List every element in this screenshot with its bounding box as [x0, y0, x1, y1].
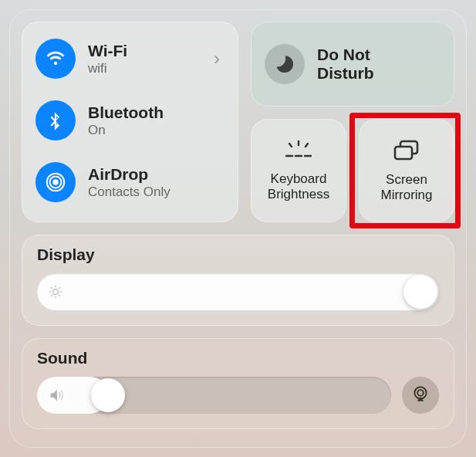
sound-row — [37, 377, 439, 414]
airdrop-subtitle: Contacts Only — [88, 184, 170, 200]
bluetooth-icon — [35, 100, 76, 140]
small-tiles-row: Keyboard Brightness Screen Mirroring — [251, 119, 454, 222]
keyboard-brightness-icon — [282, 139, 316, 165]
chevron-right-icon[interactable]: › — [214, 48, 220, 69]
bluetooth-item[interactable]: Bluetooth On — [35, 100, 224, 140]
sound-section: Sound — [22, 338, 454, 429]
sound-slider[interactable] — [37, 377, 391, 414]
svg-line-4 — [289, 144, 292, 147]
screen-mirroring-label: Screen Mirroring — [380, 172, 432, 202]
right-column: Do Not Disturb — [251, 22, 454, 222]
svg-point-0 — [52, 179, 59, 185]
dnd-line2: Disturb — [317, 64, 374, 83]
airdrop-text: AirDrop Contacts Only — [88, 165, 170, 200]
svg-line-19 — [59, 287, 60, 289]
wifi-subtitle: wifi — [88, 61, 127, 76]
airdrop-item[interactable]: AirDrop Contacts Only — [35, 162, 224, 202]
svg-point-21 — [417, 390, 424, 396]
svg-line-17 — [59, 295, 60, 296]
airplay-audio-button[interactable] — [402, 377, 439, 414]
svg-line-18 — [51, 295, 52, 296]
sound-label: Sound — [37, 349, 439, 367]
do-not-disturb-tile[interactable]: Do Not Disturb — [251, 22, 454, 107]
keyboard-brightness-label: Keyboard Brightness — [268, 171, 329, 201]
svg-rect-10 — [395, 147, 412, 159]
speaker-icon — [48, 387, 65, 404]
airdrop-title: AirDrop — [88, 165, 170, 184]
svg-line-16 — [51, 287, 52, 289]
bluetooth-subtitle: On — [88, 123, 164, 138]
svg-line-5 — [306, 144, 308, 147]
svg-point-20 — [414, 387, 426, 398]
control-center-panel: Wi-Fi wifi › Bluetooth On Ai — [9, 9, 467, 448]
moon-icon — [265, 44, 305, 84]
connectivity-tile: Wi-Fi wifi › Bluetooth On Ai — [22, 22, 238, 222]
wifi-text: Wi-Fi wifi — [88, 42, 127, 76]
screen-mirroring-icon — [391, 138, 422, 166]
display-section: Display — [22, 235, 454, 326]
wifi-title: Wi-Fi — [88, 42, 127, 60]
dnd-line1: Do Not — [317, 46, 374, 64]
bluetooth-text: Bluetooth On — [88, 103, 164, 138]
wifi-item[interactable]: Wi-Fi wifi › — [35, 39, 224, 79]
airdrop-icon — [35, 162, 76, 202]
sun-icon — [48, 284, 63, 300]
display-slider[interactable] — [37, 273, 439, 310]
keyboard-brightness-tile[interactable]: Keyboard Brightness — [251, 119, 346, 222]
dnd-label: Do Not Disturb — [317, 46, 374, 83]
screen-mirroring-tile[interactable]: Screen Mirroring — [359, 119, 454, 222]
display-slider-knob[interactable] — [403, 275, 437, 309]
top-row: Wi-Fi wifi › Bluetooth On Ai — [22, 22, 454, 222]
wifi-icon — [35, 39, 76, 79]
airplay-icon — [410, 384, 430, 407]
display-label: Display — [37, 245, 439, 264]
svg-point-11 — [53, 289, 59, 295]
bluetooth-title: Bluetooth — [88, 103, 164, 122]
sound-slider-knob[interactable] — [91, 378, 125, 412]
